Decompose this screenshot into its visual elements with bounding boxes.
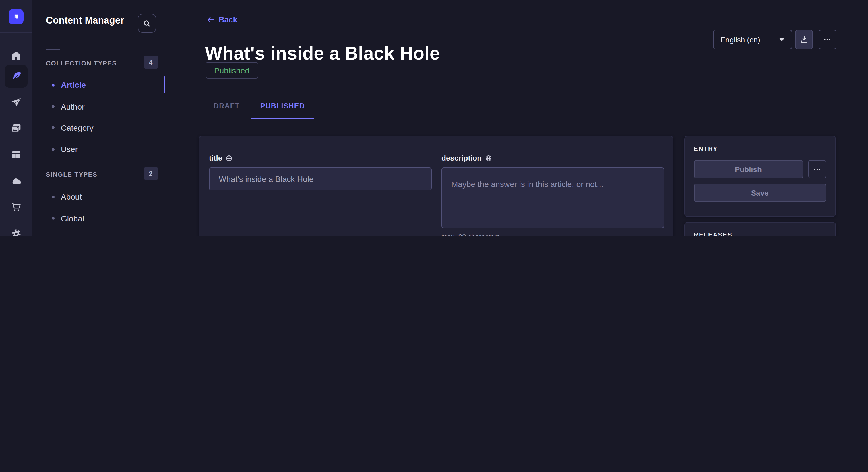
section-collection-types: COLLECTION TYPES [46, 60, 117, 67]
bullet-icon [52, 105, 55, 108]
edit-form-card: title description Maybe the answer is in… [198, 136, 673, 236]
releases-panel: RELEASES Will be published in Spring Sum… [684, 222, 836, 236]
nav-marketplace[interactable] [0, 196, 32, 218]
entry-more-button[interactable] [808, 160, 826, 178]
description-hint: max. 80 characters [441, 233, 664, 236]
single-types-count: 2 [143, 167, 158, 180]
entry-panel: ENTRY Publish Save [684, 136, 836, 217]
images-icon [10, 123, 22, 134]
bullet-icon [52, 126, 55, 129]
collection-types-count: 4 [143, 56, 158, 69]
rail-divider [0, 32, 32, 33]
nav-content-manager[interactable] [0, 65, 32, 88]
main-nav-rail: KD [0, 0, 32, 236]
description-field-label: description [441, 154, 664, 162]
back-link[interactable]: Back [206, 15, 237, 24]
more-horizontal-icon [813, 165, 821, 173]
globe-icon [485, 155, 492, 162]
sidebar-item-article[interactable]: Article [32, 76, 165, 94]
search-button[interactable] [137, 14, 156, 33]
entry-panel-title: ENTRY [694, 145, 826, 152]
sidebar-item-author[interactable]: Author [32, 98, 165, 115]
sidebar-item-global[interactable]: Global [32, 210, 165, 227]
cloud-icon [10, 175, 22, 187]
sidebar-item-about[interactable]: About [32, 188, 165, 205]
nav-release[interactable] [0, 91, 32, 114]
sidebar-item-category[interactable]: Category [32, 119, 165, 136]
description-textarea[interactable]: Maybe the answer is in this article, or … [441, 167, 664, 228]
cart-icon [10, 201, 22, 213]
sidebar-item-user[interactable]: User [32, 140, 165, 158]
strapi-logo[interactable] [9, 9, 24, 24]
sidebar-divider [46, 49, 60, 50]
layout-icon [10, 149, 22, 161]
nav-home[interactable] [0, 44, 32, 67]
nav-content-type-builder[interactable] [0, 143, 32, 166]
content-manager-sidebar: Content Manager COLLECTION TYPES 4 Artic… [32, 0, 165, 236]
arrow-left-icon [206, 15, 215, 24]
search-icon [142, 19, 151, 28]
section-single-types: SINGLE TYPES [46, 171, 97, 178]
bullet-icon [52, 217, 55, 220]
feather-icon [10, 70, 22, 82]
page-title: What's inside a Black Hole [205, 43, 440, 65]
bullet-icon [52, 195, 55, 198]
globe-icon [226, 155, 232, 162]
releases-panel-title: RELEASES [694, 231, 826, 236]
header-more-button[interactable] [818, 30, 836, 49]
nav-deploy-cloud[interactable] [0, 170, 32, 193]
nav-settings[interactable] [0, 222, 32, 236]
bullet-icon [52, 83, 55, 86]
sidebar-title: Content Manager [46, 15, 124, 26]
active-item-indicator [163, 76, 165, 94]
tab-draft[interactable]: DRAFT [202, 95, 251, 119]
download-button[interactable] [795, 30, 813, 49]
status-badge: Published [206, 62, 258, 78]
more-horizontal-icon [823, 35, 832, 44]
save-button[interactable]: Save [694, 183, 826, 202]
locale-select[interactable]: English (en) [713, 30, 792, 49]
nav-media-library[interactable] [0, 117, 32, 140]
app-root: KD Content Manager COLLECTION TYPES 4 Ar… [0, 0, 868, 236]
tab-published[interactable]: PUBLISHED [251, 95, 314, 119]
chevron-down-icon [779, 38, 785, 41]
publish-button[interactable]: Publish [694, 160, 803, 178]
gear-icon [10, 227, 22, 236]
title-input[interactable] [209, 167, 432, 191]
version-tabs: DRAFT PUBLISHED [202, 95, 314, 119]
paper-plane-icon [10, 97, 22, 108]
download-icon [799, 35, 809, 44]
home-icon [10, 50, 22, 61]
bullet-icon [52, 148, 55, 150]
title-field-label: title [209, 154, 432, 162]
